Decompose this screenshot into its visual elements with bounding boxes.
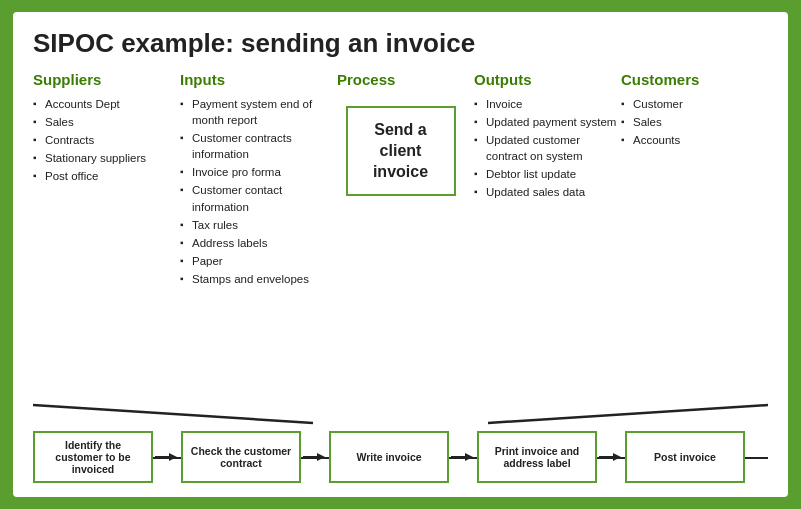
- process-box: Send a client invoice: [346, 106, 456, 196]
- process-header: Process: [337, 71, 395, 90]
- sipoc-upper: Suppliers Accounts Dept Sales Contracts …: [33, 71, 768, 399]
- main-container: SIPOC example: sending an invoice Suppli…: [13, 12, 788, 497]
- flow-step-5: Post invoice: [625, 431, 745, 483]
- inputs-header: Inputs: [180, 71, 327, 90]
- divider-area: [33, 403, 768, 421]
- list-item: Invoice pro forma: [180, 164, 327, 180]
- list-item: Paper: [180, 253, 327, 269]
- list-item: Stamps and envelopes: [180, 271, 327, 287]
- list-item: Updated customer contract on system: [474, 132, 621, 164]
- list-item: Address labels: [180, 235, 327, 251]
- outputs-col: Outputs Invoice Updated payment system U…: [474, 71, 621, 399]
- inputs-content: Payment system end of month report Custo…: [180, 96, 327, 289]
- flow-step-3: Write invoice: [329, 431, 449, 483]
- suppliers-list: Accounts Dept Sales Contracts Stationary…: [33, 96, 180, 184]
- suppliers-content: Accounts Dept Sales Contracts Stationary…: [33, 96, 180, 186]
- list-item: Stationary suppliers: [33, 150, 180, 166]
- flow-arrow-1: [153, 447, 181, 467]
- flow-arrow-3: [449, 447, 477, 467]
- list-item: Contracts: [33, 132, 180, 148]
- customers-col: Customers Customer Sales Accounts: [621, 71, 768, 399]
- flow-step-1: Identify the customer to be invoiced: [33, 431, 153, 483]
- divider-svg: [33, 403, 768, 425]
- inputs-col: Inputs Payment system end of month repor…: [180, 71, 327, 399]
- list-item: Accounts Dept: [33, 96, 180, 112]
- customers-list: Customer Sales Accounts: [621, 96, 768, 148]
- list-item: Invoice: [474, 96, 621, 112]
- list-item: Updated sales data: [474, 184, 621, 200]
- flow-arrow-2: [301, 447, 329, 467]
- svg-marker-3: [169, 453, 177, 461]
- suppliers-header: Suppliers: [33, 71, 180, 90]
- list-item: Accounts: [621, 132, 768, 148]
- customers-content: Customer Sales Accounts: [621, 96, 768, 150]
- list-item: Payment system end of month report: [180, 96, 327, 128]
- outputs-list: Invoice Updated payment system Updated c…: [474, 96, 621, 201]
- list-item: Updated payment system: [474, 114, 621, 130]
- flow-arrow-4: [597, 447, 625, 467]
- bottom-flow: Identify the customer to be invoiced Che…: [33, 431, 768, 483]
- outputs-header: Outputs: [474, 71, 621, 90]
- list-item: Debtor list update: [474, 166, 621, 182]
- suppliers-col: Suppliers Accounts Dept Sales Contracts …: [33, 71, 180, 399]
- list-item: Customer contact information: [180, 182, 327, 214]
- flow-step-4: Print invoice and address label: [477, 431, 597, 483]
- list-item: Sales: [621, 114, 768, 130]
- flow-step-2: Check the customer contract: [181, 431, 301, 483]
- svg-line-0: [33, 405, 313, 423]
- process-col: Process Send a client invoice: [327, 71, 474, 399]
- svg-marker-5: [317, 453, 325, 461]
- customers-header: Customers: [621, 71, 768, 90]
- list-item: Tax rules: [180, 217, 327, 233]
- list-item: Customer contracts information: [180, 130, 327, 162]
- svg-marker-9: [613, 453, 621, 461]
- svg-marker-7: [465, 453, 473, 461]
- svg-line-1: [488, 405, 768, 423]
- page-title: SIPOC example: sending an invoice: [33, 28, 768, 59]
- outputs-content: Invoice Updated payment system Updated c…: [474, 96, 621, 203]
- list-item: Post office: [33, 168, 180, 184]
- list-item: Customer: [621, 96, 768, 112]
- inputs-list: Payment system end of month report Custo…: [180, 96, 327, 287]
- list-item: Sales: [33, 114, 180, 130]
